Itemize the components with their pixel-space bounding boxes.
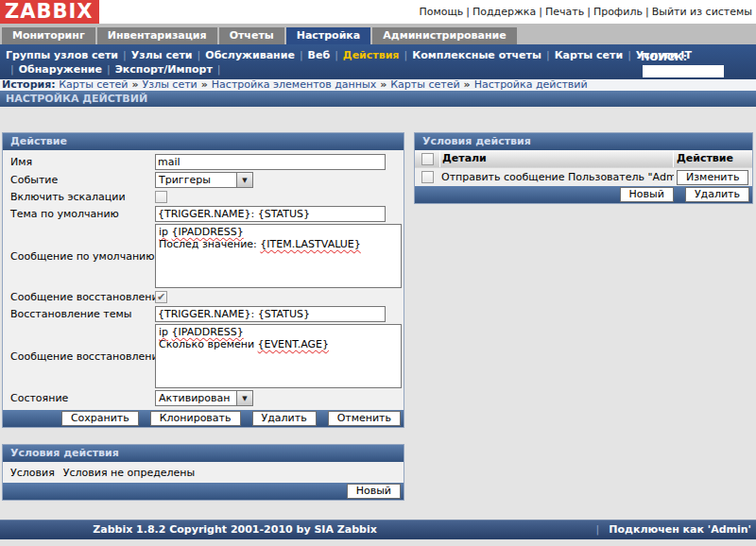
top-links: Помощь|Поддержка|Печать|Профиль|Выйти из… xyxy=(419,6,752,18)
pipe-separator: | xyxy=(107,63,111,76)
tab-configuration[interactable]: Настройка xyxy=(286,27,371,44)
menu-item-hosts[interactable]: Узлы сети xyxy=(131,49,193,61)
history-link-items[interactable]: Настройка элементов данных xyxy=(212,79,376,91)
default-message-textarea[interactable]: ip {IPADDRESS}Послед значение: {ITEM.LAS… xyxy=(155,224,402,288)
event-source-select[interactable]: Триггеры ▼ xyxy=(155,172,253,188)
top-link-profile[interactable]: Профиль xyxy=(593,6,643,18)
action-panel-title: Действие xyxy=(3,133,404,150)
recovery-message-label: Сообщение восстановления xyxy=(3,350,155,363)
recovery-subject-label: Восстановление темы xyxy=(3,308,155,320)
escalation-checkbox[interactable] xyxy=(155,191,167,203)
recovery-message-checkbox[interactable]: ✔ xyxy=(155,291,167,303)
menu-item-complex-reports[interactable]: Комплексные отчеты xyxy=(412,49,541,61)
status-label: Состояние xyxy=(3,392,155,404)
search-input[interactable] xyxy=(643,65,724,77)
history-link-maps-1[interactable]: Карты сетей xyxy=(59,79,128,91)
history-link-maps-2[interactable]: Карты сетей xyxy=(390,79,459,91)
pipe-separator: | xyxy=(645,6,649,18)
conditions-row: Условия Условия не определены xyxy=(3,462,404,483)
name-input[interactable] xyxy=(155,154,386,170)
conditions-panel: Условия действия Условия Условия не опре… xyxy=(2,444,404,501)
pipe-separator: | xyxy=(404,49,407,61)
breadcrumb: История: Карты сетей»Узлы сети»Настройка… xyxy=(0,79,756,91)
tab-reports[interactable]: Отчеты xyxy=(219,27,284,44)
event-source-label: Событие xyxy=(3,174,155,186)
status-select[interactable]: Активирован ▼ xyxy=(155,390,253,406)
history-link-actions[interactable]: Настройка действий xyxy=(474,79,588,91)
chevron-down-icon[interactable]: ▼ xyxy=(236,390,253,406)
default-message-label: Сообщение по умолчанию xyxy=(3,250,155,263)
pipe-separator: | xyxy=(596,520,600,539)
pipe-separator: | xyxy=(335,49,338,61)
delete-operation-button[interactable]: Удалить xyxy=(685,187,749,202)
top-link-print[interactable]: Печать xyxy=(545,6,584,18)
main-tab-bar: Мониторинг Инвентаризация Отчеты Настрой… xyxy=(0,24,756,44)
recovery-message-textarea[interactable]: ip {IPADDRESS}Сколько времени {EVENT.AGE… xyxy=(155,324,402,388)
menu-item-network-maps[interactable]: Карты сети xyxy=(555,49,624,61)
save-button[interactable]: Сохранить xyxy=(61,411,139,426)
pipe-separator: | xyxy=(10,63,14,76)
operations-table-header: Детали Действие xyxy=(415,150,752,167)
status-value: Активирован xyxy=(155,390,236,406)
default-subject-label: Тема по умолчанию xyxy=(3,208,155,220)
operations-panel-footer: Новый Удалить xyxy=(415,186,752,203)
tab-inventory[interactable]: Инвентаризация xyxy=(97,27,217,44)
menu-item-actions-active[interactable]: Действия xyxy=(343,49,400,61)
default-subject-input[interactable] xyxy=(155,206,386,222)
breadcrumb-arrow: » xyxy=(131,79,138,91)
chevron-down-icon[interactable]: ▼ xyxy=(236,172,253,188)
site-footer: Zabbix 1.8.2 Copyright 2001-2010 by SIA … xyxy=(0,520,756,539)
table-row: Отправить сообщение Пользователь "Admin"… xyxy=(415,167,752,186)
history-label: История: xyxy=(2,79,56,91)
pipe-separator: | xyxy=(123,49,127,61)
menu-item-discovery[interactable]: Обнаружение xyxy=(19,63,102,76)
name-label: Имя xyxy=(3,156,155,168)
logged-in-user: Подключен как 'Admin' xyxy=(609,520,751,539)
column-details: Детали xyxy=(439,150,673,167)
conditions-label: Условия xyxy=(10,467,55,479)
event-source-value: Триггеры xyxy=(155,172,236,188)
escalation-label: Включить эскалации xyxy=(3,191,155,203)
tab-monitoring[interactable]: Мониторинг xyxy=(2,27,95,44)
sub-menu-bar: Группы узлов сети|Узлы сети|Обслуживание… xyxy=(0,44,756,79)
action-form: Имя Событие Триггеры ▼ Включить эскалаци… xyxy=(3,150,404,410)
menu-item-host-groups[interactable]: Группы узлов сети xyxy=(6,49,118,61)
breadcrumb-arrow: » xyxy=(464,79,471,91)
recovery-subject-input[interactable] xyxy=(155,306,386,322)
page-title: НАСТРОЙКА ДЕЙСТВИЙ xyxy=(0,91,756,107)
top-link-logout[interactable]: Выйти из системы xyxy=(652,6,752,18)
breadcrumb-arrow: » xyxy=(380,79,387,91)
zabbix-app: ZABBIX Помощь|Поддержка|Печать|Профиль|В… xyxy=(0,0,756,546)
top-link-help[interactable]: Помощь xyxy=(419,6,463,18)
zabbix-logo: ZABBIX xyxy=(0,0,99,24)
pipe-separator: | xyxy=(300,49,303,61)
menu-item-maintenance[interactable]: Обслуживание xyxy=(205,49,295,61)
pipe-separator: | xyxy=(539,6,542,18)
breadcrumb-arrow: » xyxy=(201,79,208,91)
action-form-panel: Действие Имя Событие Триггеры ▼ Включить… xyxy=(2,132,404,428)
pipe-separator: | xyxy=(546,49,550,61)
operations-panel-title: Условия действия xyxy=(415,133,752,150)
edit-button[interactable]: Изменить xyxy=(677,170,748,185)
history-link-hosts[interactable]: Узлы сети xyxy=(143,79,198,91)
conditions-panel-title: Условия действия xyxy=(3,445,404,462)
menu-item-web[interactable]: Веб xyxy=(308,49,331,61)
select-all-checkbox[interactable] xyxy=(421,153,434,165)
new-operation-button[interactable]: Новый xyxy=(620,187,674,202)
pipe-separator: | xyxy=(466,6,470,18)
conditions-value: Условия не определены xyxy=(63,467,195,479)
copyright-text: Zabbix 1.8.2 Copyright 2001-2010 by SIA … xyxy=(0,520,470,539)
new-condition-button[interactable]: Новый xyxy=(347,484,401,499)
menu-item-export-import[interactable]: Экспорт/Импорт xyxy=(115,63,213,76)
cancel-button[interactable]: Отменить xyxy=(328,411,401,426)
clone-button[interactable]: Клонировать xyxy=(150,411,241,426)
delete-button[interactable]: Удалить xyxy=(252,411,317,426)
pipe-separator: | xyxy=(198,49,201,61)
pipe-separator: | xyxy=(627,49,631,61)
top-link-support[interactable]: Поддержка xyxy=(472,6,536,18)
action-form-footer: Сохранить Клонировать Удалить Отменить xyxy=(3,410,404,427)
pipe-separator: | xyxy=(587,6,591,18)
conditions-panel-footer: Новый xyxy=(3,483,404,500)
row-checkbox[interactable] xyxy=(421,171,434,183)
tab-administration[interactable]: Администрирование xyxy=(372,27,516,44)
